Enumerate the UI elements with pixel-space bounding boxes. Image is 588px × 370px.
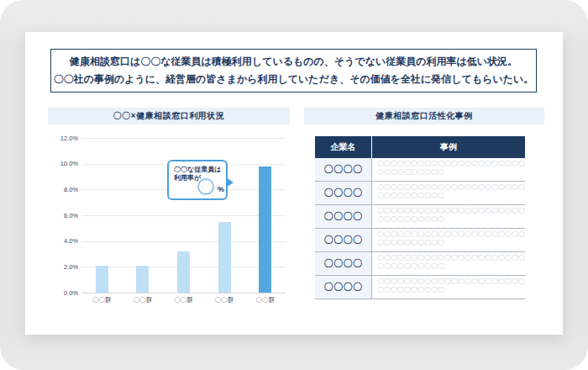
callout-text-line-2: 利用率が — [174, 174, 201, 182]
callout-text: 〇〇な従業員は 利用率が — [174, 166, 221, 183]
bar-2 — [136, 266, 149, 293]
case-cell: 〇〇〇〇〇〇〇〇〇〇〇〇〇〇〇〇〇〇〇〇〇〇〇〇〇〇〇〇〇〇〇〇 — [372, 182, 525, 204]
chart-x-axis-tick: 〇〇群 — [82, 296, 121, 304]
case-cell: 〇〇〇〇〇〇〇〇〇〇〇〇〇〇〇〇〇〇〇〇〇〇〇〇〇〇〇〇〇〇〇〇 — [372, 252, 525, 275]
chart-x-axis-tick: 〇〇群 — [165, 296, 203, 304]
case-cell: 〇〇〇〇〇〇〇〇〇〇〇〇〇〇〇〇〇〇〇〇〇〇〇〇〇〇〇〇〇〇〇〇 — [372, 229, 525, 251]
table-row: 〇〇〇〇〇〇〇〇〇〇〇〇〇〇〇〇〇〇〇〇〇〇〇〇〇〇〇〇〇〇〇〇〇〇〇〇 — [315, 158, 525, 181]
bar-1 — [96, 266, 108, 293]
company-cell: 〇〇〇〇 — [315, 158, 372, 181]
company-cell: 〇〇〇〇 — [315, 182, 372, 204]
table-section-title: 健康相談窓口活性化事例 — [375, 110, 473, 122]
usage-bar-chart: 〇〇群〇〇群〇〇群〇〇群〇〇群 〇〇な従業員は 利用率が % 12.0%10.0… — [48, 126, 290, 328]
chart-section-header: 〇〇×健康相談窓口利用状況 — [48, 108, 290, 124]
chart-y-axis-tick: 6.0% — [48, 212, 78, 219]
table-row: 〇〇〇〇〇〇〇〇〇〇〇〇〇〇〇〇〇〇〇〇〇〇〇〇〇〇〇〇〇〇〇〇〇〇〇〇 — [315, 251, 525, 275]
table-header-row: 企業名 事例 — [315, 136, 525, 158]
chart-gridline — [81, 138, 286, 139]
table-row: 〇〇〇〇〇〇〇〇〇〇〇〇〇〇〇〇〇〇〇〇〇〇〇〇〇〇〇〇〇〇〇〇〇〇〇〇 — [315, 181, 525, 204]
chart-gridline — [81, 241, 286, 242]
callout-arrow-icon — [226, 177, 234, 188]
chart-x-axis-labels: 〇〇群〇〇群〇〇群〇〇群〇〇群 — [81, 296, 286, 306]
chart-gridline — [81, 293, 286, 293]
headline-message-box: 健康相談窓口は〇〇な従業員は積極利用しているものの、そうでない従業員の利用率は低… — [50, 49, 537, 92]
chart-y-axis-tick: 12.0% — [48, 135, 78, 142]
chart-x-axis-tick: 〇〇群 — [205, 296, 244, 304]
bar-3 — [177, 251, 190, 293]
company-cell: 〇〇〇〇 — [315, 205, 372, 228]
bar-5 — [259, 166, 271, 293]
company-cell: 〇〇〇〇 — [315, 252, 372, 275]
callout-value-placeholder-circle — [197, 178, 214, 195]
table-row: 〇〇〇〇〇〇〇〇〇〇〇〇〇〇〇〇〇〇〇〇〇〇〇〇〇〇〇〇〇〇〇〇〇〇〇〇 — [315, 275, 525, 299]
chart-y-axis-tick: 10.0% — [48, 160, 78, 167]
case-column-header: 事例 — [372, 136, 525, 158]
company-cell: 〇〇〇〇 — [315, 229, 372, 251]
chart-y-axis-tick: 2.0% — [48, 263, 78, 271]
table-row: 〇〇〇〇〇〇〇〇〇〇〇〇〇〇〇〇〇〇〇〇〇〇〇〇〇〇〇〇〇〇〇〇〇〇〇〇 — [315, 204, 525, 228]
chart-y-axis-tick: 8.0% — [48, 186, 78, 193]
chart-y-axis-tick: 0.0% — [48, 289, 78, 297]
case-table-body: 〇〇〇〇〇〇〇〇〇〇〇〇〇〇〇〇〇〇〇〇〇〇〇〇〇〇〇〇〇〇〇〇〇〇〇〇〇〇〇〇… — [315, 158, 525, 299]
chart-callout: 〇〇な従業員は 利用率が % — [167, 160, 228, 200]
company-cell: 〇〇〇〇 — [315, 276, 372, 299]
case-cell: 〇〇〇〇〇〇〇〇〇〇〇〇〇〇〇〇〇〇〇〇〇〇〇〇〇〇〇〇〇〇〇〇 — [372, 158, 525, 181]
case-cell: 〇〇〇〇〇〇〇〇〇〇〇〇〇〇〇〇〇〇〇〇〇〇〇〇〇〇〇〇〇〇〇〇 — [372, 276, 525, 299]
company-column-header: 企業名 — [315, 136, 372, 158]
callout-percent-unit: % — [218, 185, 224, 193]
table-section-header: 健康相談窓口活性化事例 — [304, 108, 544, 124]
presentation-slide: 健康相談窓口は〇〇な従業員は積極利用しているものの、そうでない従業員の利用率は低… — [25, 32, 563, 335]
bar-4 — [218, 222, 231, 293]
callout-text-line-1: 〇〇な従業員は — [174, 166, 221, 173]
case-cell: 〇〇〇〇〇〇〇〇〇〇〇〇〇〇〇〇〇〇〇〇〇〇〇〇〇〇〇〇〇〇〇〇 — [372, 205, 525, 228]
headline-line-1: 健康相談窓口は〇〇な従業員は積極利用しているものの、そうでない従業員の利用率は低… — [70, 53, 517, 71]
chart-gridline — [81, 215, 286, 216]
chart-x-axis-tick: 〇〇群 — [123, 296, 162, 304]
chart-x-axis-tick: 〇〇群 — [246, 296, 285, 304]
headline-line-2: 〇〇社の事例のように、経営層の皆さまから利用していただき、その価値を全社に発信し… — [54, 71, 534, 88]
chart-section-title: 〇〇×健康相談窓口利用状況 — [113, 110, 224, 122]
case-examples-table: 企業名 事例 〇〇〇〇〇〇〇〇〇〇〇〇〇〇〇〇〇〇〇〇〇〇〇〇〇〇〇〇〇〇〇〇〇… — [315, 136, 525, 299]
chart-y-axis-tick: 4.0% — [48, 237, 78, 245]
table-row: 〇〇〇〇〇〇〇〇〇〇〇〇〇〇〇〇〇〇〇〇〇〇〇〇〇〇〇〇〇〇〇〇〇〇〇〇 — [315, 228, 525, 251]
